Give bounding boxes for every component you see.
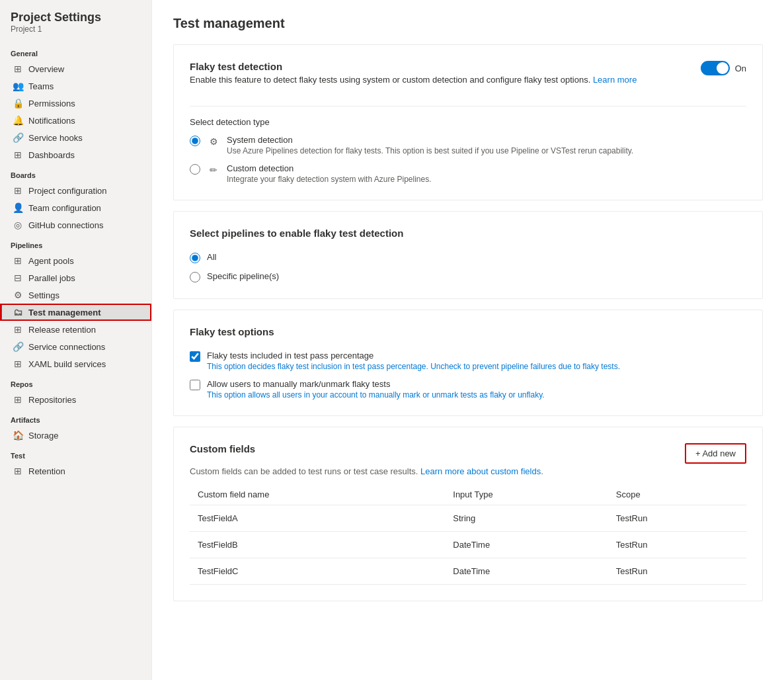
sidebar-item-label: Service hooks bbox=[28, 133, 83, 143]
flaky-detection-title-group: Flaky test detection Enable this feature… bbox=[190, 61, 637, 95]
section-artifacts: Artifacts bbox=[0, 408, 151, 427]
allow-mark-desc: This option allows all users in your acc… bbox=[207, 390, 545, 400]
sidebar-item-test-management[interactable]: 🗂 Test management bbox=[0, 304, 151, 321]
flaky-options-card: Flaky test options Flaky tests included … bbox=[173, 310, 763, 416]
github-icon: ◎ bbox=[13, 220, 23, 230]
table-header-row: Custom field name Input Type Scope bbox=[190, 484, 746, 505]
section-test: Test bbox=[0, 444, 151, 462]
sidebar-item-xaml-build-services[interactable]: ⊞ XAML build services bbox=[0, 355, 151, 372]
learn-more-link[interactable]: Learn more bbox=[593, 75, 637, 85]
sidebar-item-repositories[interactable]: ⊞ Repositories bbox=[0, 391, 151, 408]
overview-icon: ⊞ bbox=[13, 64, 23, 74]
flaky-detection-toggle-wrapper: On bbox=[701, 61, 746, 75]
flaky-detection-title: Flaky test detection bbox=[190, 61, 637, 72]
sidebar-item-label: GitHub connections bbox=[28, 220, 103, 230]
lock-icon: 🔒 bbox=[13, 98, 23, 108]
radio-custom-content: Custom detection Integrate your flaky de… bbox=[227, 163, 432, 184]
checkbox-allow-mark: Allow users to manually mark/unmark flak… bbox=[190, 379, 746, 400]
radio-specific-input[interactable] bbox=[190, 272, 200, 282]
table-row: TestFieldA String TestRun bbox=[190, 505, 746, 532]
radio-all-content: All bbox=[207, 252, 216, 262]
sidebar-item-label: Retention bbox=[28, 466, 65, 476]
bell-icon: 🔔 bbox=[13, 115, 23, 126]
sidebar-item-label: Permissions bbox=[28, 99, 75, 108]
checkbox-included: Flaky tests included in test pass percen… bbox=[190, 351, 746, 371]
sidebar-header: Project Settings Project 1 bbox=[0, 11, 151, 42]
included-desc: This option decides flaky test inclusion… bbox=[207, 362, 620, 371]
field-scope-a: TestRun bbox=[608, 505, 746, 532]
table-row: TestFieldB DateTime TestRun bbox=[190, 532, 746, 558]
sidebar-item-retention[interactable]: ⊞ Retention bbox=[0, 462, 151, 480]
release-retention-icon: ⊞ bbox=[13, 324, 23, 335]
field-type-b: DateTime bbox=[445, 532, 608, 558]
section-pipelines: Pipelines bbox=[0, 234, 151, 252]
project-config-icon: ⊞ bbox=[13, 185, 23, 196]
sidebar-item-overview[interactable]: ⊞ Overview bbox=[0, 60, 151, 77]
sidebar-item-label: Agent pools bbox=[28, 256, 74, 266]
sidebar-item-dashboards[interactable]: ⊞ Dashboards bbox=[0, 146, 151, 163]
checkbox-included-content: Flaky tests included in test pass percen… bbox=[207, 351, 620, 371]
system-detection-icon: ⚙ bbox=[207, 135, 220, 148]
sidebar-item-service-hooks[interactable]: 🔗 Service hooks bbox=[0, 129, 151, 146]
sidebar-item-project-configuration[interactable]: ⊞ Project configuration bbox=[0, 182, 151, 199]
custom-fields-desc: Custom fields can be added to test runs … bbox=[190, 466, 746, 476]
team-config-icon: 👤 bbox=[13, 202, 23, 213]
sidebar-item-label: Parallel jobs bbox=[28, 273, 75, 283]
custom-detection-icon: ✏ bbox=[207, 163, 220, 177]
toggle-label: On bbox=[735, 64, 746, 73]
section-repos: Repos bbox=[0, 372, 151, 391]
section-general: General bbox=[0, 42, 151, 60]
sidebar-item-team-configuration[interactable]: 👤 Team configuration bbox=[0, 199, 151, 216]
sidebar-item-permissions[interactable]: 🔒 Permissions bbox=[0, 95, 151, 112]
section-boards: Boards bbox=[0, 163, 151, 182]
column-scope: Scope bbox=[608, 484, 746, 505]
sidebar-item-label: Settings bbox=[28, 290, 59, 300]
sidebar-item-parallel-jobs[interactable]: ⊟ Parallel jobs bbox=[0, 269, 151, 286]
sidebar-item-service-connections[interactable]: 🔗 Service connections bbox=[0, 338, 151, 355]
flaky-detection-desc: Enable this feature to detect flaky test… bbox=[190, 75, 637, 85]
sidebar-item-settings[interactable]: ⚙ Settings bbox=[0, 286, 151, 304]
field-type-a: String bbox=[445, 505, 608, 532]
sidebar-item-teams[interactable]: 👥 Teams bbox=[0, 77, 151, 95]
sidebar-item-agent-pools[interactable]: ⊞ Agent pools bbox=[0, 252, 151, 269]
field-scope-c: TestRun bbox=[608, 558, 746, 585]
radio-system-input[interactable] bbox=[190, 136, 200, 146]
field-name-c: TestFieldC bbox=[190, 558, 445, 585]
checkbox-allow-mark-input[interactable] bbox=[190, 380, 200, 390]
system-detection-title: System detection bbox=[227, 135, 633, 145]
radio-system-detection: ⚙ System detection Use Azure Pipelines d… bbox=[190, 135, 746, 155]
custom-fields-header: Custom fields + Add new bbox=[190, 443, 746, 464]
toggle-thumb bbox=[717, 62, 728, 74]
parallel-jobs-icon: ⊟ bbox=[13, 273, 23, 283]
custom-detection-title: Custom detection bbox=[227, 163, 432, 173]
link-icon: 🔗 bbox=[13, 132, 23, 143]
sidebar-item-storage[interactable]: 🏠 Storage bbox=[0, 427, 151, 444]
column-name: Custom field name bbox=[190, 484, 445, 505]
checkbox-included-input[interactable] bbox=[190, 351, 200, 362]
add-new-button[interactable]: + Add new bbox=[685, 443, 746, 464]
toggle-track[interactable] bbox=[701, 61, 730, 75]
sidebar-item-label: Team configuration bbox=[28, 203, 101, 213]
xaml-icon: ⊞ bbox=[13, 359, 23, 369]
settings-icon: ⚙ bbox=[13, 290, 23, 300]
custom-fields-title: Custom fields bbox=[190, 443, 255, 454]
radio-specific-content: Specific pipeline(s) bbox=[207, 271, 279, 281]
field-name-a: TestFieldA bbox=[190, 505, 445, 532]
custom-fields-learn-more[interactable]: Learn more about custom fields bbox=[420, 466, 541, 476]
sidebar-item-notifications[interactable]: 🔔 Notifications bbox=[0, 112, 151, 129]
sidebar-item-github-connections[interactable]: ◎ GitHub connections bbox=[0, 216, 151, 234]
radio-custom-input[interactable] bbox=[190, 164, 200, 175]
agent-pools-icon: ⊞ bbox=[13, 255, 23, 266]
flaky-detection-toggle[interactable] bbox=[701, 61, 730, 75]
radio-all-input[interactable] bbox=[190, 253, 200, 263]
sidebar-item-label: Test management bbox=[28, 308, 101, 318]
sidebar-subtitle: Project 1 bbox=[11, 24, 141, 34]
sidebar-item-label: Notifications bbox=[28, 116, 75, 126]
radio-all: All bbox=[190, 252, 746, 263]
sidebar-item-release-retention[interactable]: ⊞ Release retention bbox=[0, 321, 151, 338]
custom-fields-table: Custom field name Input Type Scope TestF… bbox=[190, 484, 746, 585]
table-body: TestFieldA String TestRun TestFieldB Dat… bbox=[190, 505, 746, 585]
all-label: All bbox=[207, 252, 216, 262]
sidebar-item-label: Release retention bbox=[28, 325, 96, 335]
field-scope-b: TestRun bbox=[608, 532, 746, 558]
